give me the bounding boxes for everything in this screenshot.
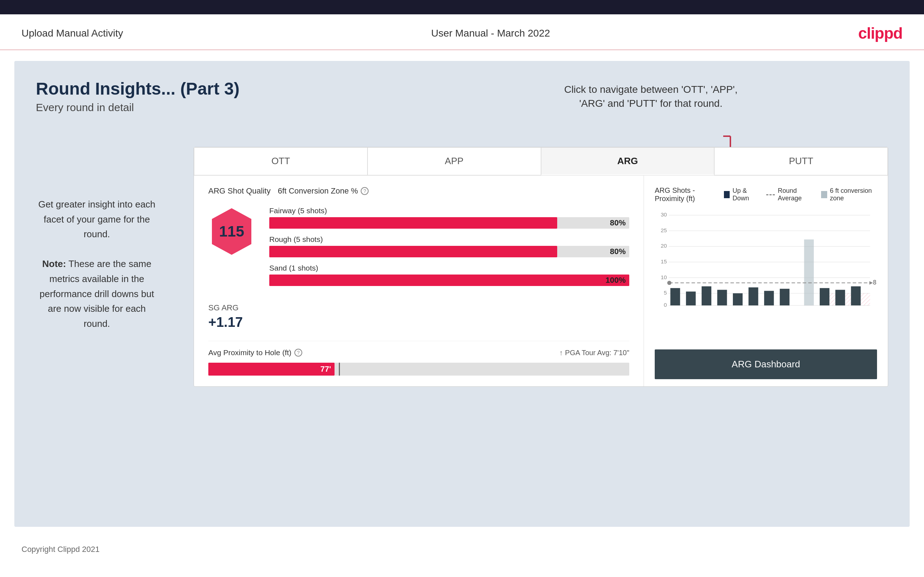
svg-rect-23: [749, 287, 758, 305]
bar-label-fairway: Fairway (5 shots): [269, 206, 629, 215]
logo: clippd: [858, 24, 903, 42]
bar-fill-sand: [269, 274, 629, 286]
proximity-header: Avg Proximity to Hole (ft) ? ↑ PGA Tour …: [208, 348, 629, 357]
svg-rect-29: [851, 286, 861, 305]
bar-pct-sand: 100%: [606, 276, 626, 285]
conversion-zone-subtitle: 6ft Conversion Zone % ?: [278, 186, 369, 196]
svg-text:20: 20: [661, 243, 667, 249]
right-panel: ARG Shots - Proximity (ft) Up & Down Rou…: [644, 176, 888, 386]
main-content: Round Insights... (Part 3) Every round i…: [15, 61, 909, 527]
bar-track-rough: 80%: [269, 246, 629, 257]
legend-dashed-line: [766, 194, 775, 195]
sg-value: +1.17: [208, 315, 629, 330]
svg-rect-18: [670, 288, 680, 305]
top-bar: [0, 0, 924, 15]
svg-text:30: 30: [661, 211, 667, 218]
tab-app[interactable]: APP: [368, 147, 541, 175]
svg-rect-19: [686, 292, 696, 306]
svg-text:0: 0: [664, 302, 667, 308]
tab-arg[interactable]: ARG: [541, 147, 715, 175]
footer: Copyright Clippd 2021: [0, 538, 924, 561]
bars-container: Fairway (5 shots) 80% Rough (5 shots): [269, 206, 629, 292]
svg-text:25: 25: [661, 227, 667, 233]
proximity-section: Avg Proximity to Hole (ft) ? ↑ PGA Tour …: [208, 341, 629, 376]
svg-point-31: [667, 280, 672, 285]
copyright-text: Copyright Clippd 2021: [21, 545, 100, 554]
tab-ott[interactable]: OTT: [194, 147, 368, 175]
svg-rect-20: [702, 286, 711, 305]
chart-area: 30 25 20 15 10 5 0: [655, 210, 877, 342]
chart-svg: 30 25 20 15 10 5 0: [655, 210, 877, 318]
hexagon-score: 115: [208, 206, 255, 256]
svg-marker-33: [869, 281, 873, 285]
bar-fill-fairway: [269, 217, 557, 229]
upload-link[interactable]: Upload Manual Activity: [21, 27, 123, 39]
bar-track-fairway: 80%: [269, 217, 629, 229]
dashboard-panel: OTT APP ARG PUTT ARG Shot Quality 6ft Co…: [194, 147, 888, 387]
hex-container: 115 Fairway (5 shots) 80%: [208, 206, 629, 292]
proximity-bar-text: 77': [320, 364, 331, 374]
left-panel: ARG Shot Quality 6ft Conversion Zone % ?…: [194, 176, 644, 386]
bar-pct-fairway: 80%: [610, 218, 626, 227]
bar-label-sand: Sand (1 shots): [269, 264, 629, 272]
sg-section: SG ARG +1.17: [208, 303, 629, 330]
bar-row-rough: Rough (5 shots) 80%: [269, 235, 629, 257]
svg-rect-17: [828, 293, 870, 305]
svg-text:15: 15: [661, 258, 667, 264]
svg-rect-28: [835, 290, 845, 306]
proximity-bar-cursor: [339, 363, 340, 376]
bar-row-sand: Sand (1 shots) 100%: [269, 264, 629, 286]
svg-rect-22: [733, 293, 743, 305]
svg-text:5: 5: [664, 290, 667, 296]
panel-header-row: ARG Shot Quality 6ft Conversion Zone % ?: [208, 186, 629, 196]
bar-row-fairway: Fairway (5 shots) 80%: [269, 206, 629, 229]
legend-round-avg: Round Average: [766, 187, 814, 202]
page-subtitle: Every round in detail: [36, 102, 888, 114]
legend-square-light: [821, 191, 827, 198]
proximity-bar-fill: 77': [208, 363, 334, 376]
shot-quality-title: ARG Shot Quality: [208, 186, 271, 196]
legend-up-down: Up & Down: [724, 187, 759, 202]
left-description: Get greater insight into each facet of y…: [36, 197, 158, 331]
help-icon[interactable]: ?: [361, 187, 368, 195]
legend-label-roundavg: Round Average: [778, 187, 814, 202]
svg-text:10: 10: [661, 274, 667, 280]
chart-header: ARG Shots - Proximity (ft) Up & Down Rou…: [655, 186, 877, 203]
svg-rect-26: [804, 239, 814, 305]
svg-rect-24: [764, 291, 774, 306]
header-title: User Manual - March 2022: [431, 27, 550, 39]
proximity-title: Avg Proximity to Hole (ft) ?: [208, 348, 302, 357]
arg-dashboard-button[interactable]: ARG Dashboard: [655, 350, 877, 379]
svg-rect-25: [780, 289, 790, 306]
bar-pct-rough: 80%: [610, 247, 626, 256]
legend-label-updown: Up & Down: [733, 187, 759, 202]
proximity-help-icon[interactable]: ?: [294, 349, 302, 356]
bar-label-rough: Rough (5 shots): [269, 235, 629, 244]
nav-hint: Click to navigate between 'OTT', 'APP','…: [564, 82, 738, 110]
page-title: Round Insights... (Part 3): [36, 79, 888, 98]
tab-bar: OTT APP ARG PUTT: [194, 147, 888, 176]
legend-6ft: 6 ft conversion zone: [821, 187, 877, 202]
legend: Up & Down Round Average 6 ft conversion …: [724, 187, 877, 202]
bar-track-sand: 100%: [269, 274, 629, 286]
legend-square-dark: [724, 191, 730, 198]
sg-label: SG ARG: [208, 303, 629, 313]
pga-label: ↑ PGA Tour Avg: 7'10": [559, 349, 629, 357]
panel-body: ARG Shot Quality 6ft Conversion Zone % ?…: [194, 176, 888, 386]
svg-text:8: 8: [873, 279, 876, 286]
hex-score-value: 115: [219, 223, 244, 240]
proximity-bar-track: 77': [208, 363, 629, 376]
svg-rect-27: [820, 288, 829, 305]
bar-fill-rough: [269, 246, 557, 257]
header: Upload Manual Activity User Manual - Mar…: [0, 15, 924, 50]
chart-title: ARG Shots - Proximity (ft): [655, 186, 724, 203]
tab-putt[interactable]: PUTT: [714, 147, 888, 175]
legend-label-6ft: 6 ft conversion zone: [830, 187, 877, 202]
svg-rect-21: [717, 290, 727, 306]
